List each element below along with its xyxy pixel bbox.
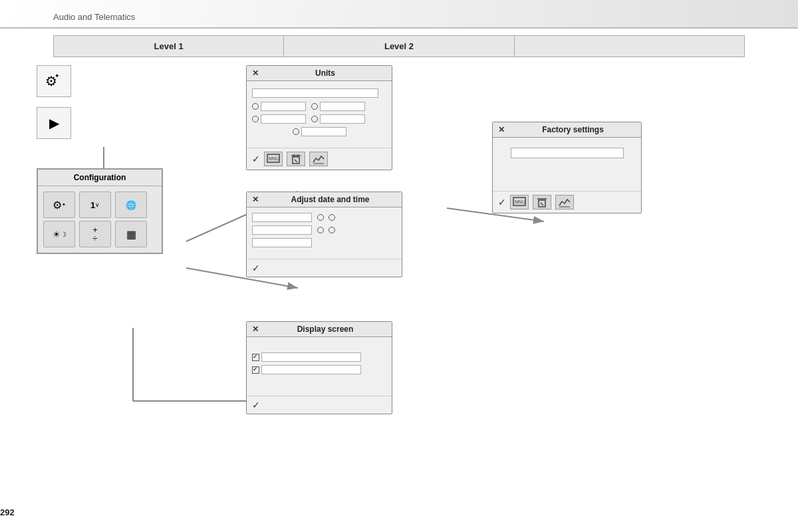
page-header: Audio and Telematics: [0, 0, 798, 29]
datetime-close-btn[interactable]: ✕: [252, 195, 259, 204]
units-title: Units: [264, 68, 386, 78]
display-close-btn[interactable]: ✕: [252, 325, 259, 334]
factory-close-btn[interactable]: ✕: [498, 125, 505, 134]
config-icon-settings[interactable]: ⚙✦: [43, 192, 75, 218]
back-icon-box[interactable]: ▶: [37, 107, 71, 139]
units-footer-icon-3[interactable]: [309, 152, 328, 166]
units-box: ✕ Units: [246, 65, 392, 170]
display-title: Display screen: [264, 325, 386, 334]
page-number: 292: [0, 507, 15, 517]
units-close-btn[interactable]: ✕: [252, 68, 259, 78]
factory-footer-icon-3[interactable]: [555, 195, 574, 209]
config-title: Configuration: [38, 170, 162, 186]
header-title: Audio and Telematics: [53, 12, 135, 22]
display-check-icon[interactable]: ✓: [252, 400, 260, 410]
configuration-box: Configuration ⚙✦ 1∨ 🌐 ☀☽ +÷ ▦: [37, 168, 163, 254]
back-icon: ▶: [49, 115, 59, 131]
settings-icon-box[interactable]: ⚙ ✦: [37, 65, 71, 97]
svg-line-14: [295, 160, 297, 162]
svg-text:MNU: MNU: [269, 156, 279, 161]
factory-footer-icon-2[interactable]: [533, 195, 551, 209]
config-icon-calc[interactable]: +÷: [79, 221, 111, 247]
config-icon-units[interactable]: 1∨: [79, 192, 111, 218]
config-icon-language[interactable]: 🌐: [115, 192, 147, 218]
units-check-icon[interactable]: ✓: [252, 154, 260, 164]
svg-text:MNU: MNU: [515, 200, 525, 204]
col-header-1: Level 1: [54, 36, 284, 57]
units-footer-icon-1[interactable]: MNU: [264, 152, 283, 166]
factory-title: Factory settings: [510, 125, 636, 134]
column-headers: Level 1 Level 2: [53, 35, 745, 57]
config-icon-calendar[interactable]: ▦: [115, 221, 147, 247]
factory-settings-box: ✕ Factory settings ✓ MNU: [492, 122, 642, 213]
units-footer-icon-2[interactable]: [287, 152, 305, 166]
factory-footer-icon-1[interactable]: MNU: [510, 195, 529, 209]
col-header-3: [515, 36, 744, 57]
svg-line-20: [541, 203, 543, 205]
datetime-check-icon[interactable]: ✓: [252, 263, 260, 273]
datetime-title: Adjust date and time: [264, 195, 396, 204]
adjust-datetime-box: ✕ Adjust date and time ✓: [246, 192, 402, 277]
factory-check-icon[interactable]: ✓: [498, 197, 506, 207]
display-screen-box: ✕ Display screen ✓: [246, 321, 392, 414]
config-icon-display[interactable]: ☀☽: [43, 221, 75, 247]
col-header-2: Level 2: [284, 36, 514, 57]
